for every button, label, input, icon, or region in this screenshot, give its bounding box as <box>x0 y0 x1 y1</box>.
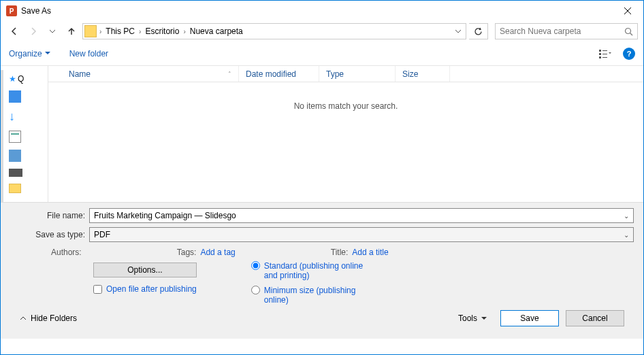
arrow-right-icon <box>29 27 38 36</box>
save-panel: File name: ⌄ Save as type: PDF ⌄ Authors… <box>1 202 643 339</box>
tree-pane[interactable]: ★Q ↓ <box>1 66 48 202</box>
pictures-icon[interactable] <box>9 150 21 162</box>
hide-folders-button[interactable]: Hide Folders <box>20 314 77 323</box>
column-headers: Name˄ Date modified Type Size <box>48 66 643 82</box>
refresh-icon <box>474 27 483 36</box>
svg-rect-2 <box>599 53 601 55</box>
nav-row: › This PC › Escritorio › Nueva carpeta <box>1 21 643 41</box>
add-title-link[interactable]: Add a title <box>352 248 388 257</box>
window-title: Save As <box>21 6 612 16</box>
empty-list-message: No items match your search. <box>48 82 643 111</box>
search-icon <box>624 27 633 36</box>
search-box[interactable] <box>495 23 638 39</box>
save-as-type-select[interactable]: PDF ⌄ <box>89 227 634 242</box>
quick-access-item[interactable]: ★Q <box>9 74 24 84</box>
svg-point-0 <box>626 28 631 33</box>
file-list-pane: Name˄ Date modified Type Size No items m… <box>48 66 643 202</box>
new-folder-label: New folder <box>69 49 108 58</box>
folder-icon <box>84 25 97 37</box>
arrow-left-icon <box>10 27 19 36</box>
new-folder-button[interactable]: New folder <box>69 49 108 58</box>
organize-label: Organize <box>9 49 42 58</box>
tags-label: Tags: <box>177 248 197 257</box>
scrollbar[interactable] <box>1 70 3 202</box>
downloads-icon[interactable]: ↓ <box>9 109 24 124</box>
radio-minimum[interactable] <box>251 286 260 294</box>
chevron-right-icon: › <box>139 28 141 35</box>
chevron-down-icon <box>455 29 462 33</box>
filename-input-wrap[interactable]: ⌄ <box>89 208 634 223</box>
address-bar[interactable]: › This PC › Escritorio › Nueva carpeta <box>82 23 466 39</box>
column-header-size[interactable]: Size <box>396 66 450 82</box>
column-header-name[interactable]: Name˄ <box>62 66 239 82</box>
svg-rect-5 <box>602 54 607 54</box>
radio-standard-label[interactable]: Standard (publishing online and printing… <box>264 261 373 280</box>
filename-input[interactable] <box>94 211 624 220</box>
toolbar: Organize New folder ? <box>1 41 643 66</box>
chevron-up-icon <box>20 316 27 320</box>
authors-label: Authors: <box>51 248 82 257</box>
quick-access-label: Q <box>18 74 24 84</box>
save-button[interactable]: Save <box>500 310 559 326</box>
radio-standard[interactable] <box>251 261 260 270</box>
search-input[interactable] <box>500 27 624 36</box>
close-button[interactable] <box>612 1 643 21</box>
hide-folders-label: Hide Folders <box>31 314 77 323</box>
item-icon[interactable] <box>9 169 22 177</box>
svg-rect-1 <box>599 50 601 52</box>
add-tag-link[interactable]: Add a tag <box>200 248 235 257</box>
title-label: Title: <box>331 248 349 257</box>
help-button[interactable]: ? <box>623 48 635 60</box>
svg-rect-4 <box>602 50 607 51</box>
view-icon <box>599 49 611 58</box>
tools-menu[interactable]: Tools <box>458 314 487 323</box>
svg-rect-3 <box>599 56 601 58</box>
chevron-down-icon <box>45 52 50 55</box>
chevron-right-icon: › <box>99 28 101 35</box>
organize-menu[interactable]: Organize <box>9 49 50 58</box>
arrow-up-icon <box>67 27 76 36</box>
save-as-type-label: Save as type: <box>10 230 89 239</box>
folder-icon[interactable] <box>9 184 21 193</box>
sort-caret-icon: ˄ <box>228 71 231 78</box>
app-icon: P <box>6 5 17 16</box>
breadcrumb-item[interactable]: This PC <box>103 27 138 36</box>
footer: Hide Folders Tools Save Cancel <box>10 305 634 332</box>
optimize-radio-group: Standard (publishing online and printing… <box>251 261 373 305</box>
chevron-down-icon <box>481 317 487 320</box>
column-header-type[interactable]: Type <box>319 66 396 82</box>
breadcrumb-item[interactable]: Nueva carpeta <box>187 27 246 36</box>
back-button[interactable] <box>6 23 22 39</box>
chevron-down-icon[interactable]: ⌄ <box>624 212 629 220</box>
up-button[interactable] <box>63 23 80 39</box>
save-as-type-value: PDF <box>94 230 110 239</box>
breadcrumb-item[interactable]: Escritorio <box>142 27 182 36</box>
chevron-right-icon: › <box>183 28 185 35</box>
close-icon <box>624 7 631 14</box>
chevron-down-icon[interactable]: ⌄ <box>624 231 629 239</box>
documents-icon[interactable] <box>9 131 21 143</box>
radio-minimum-label[interactable]: Minimum size (publishing online) <box>264 286 373 305</box>
filename-label: File name: <box>10 211 89 220</box>
explorer-body: ★Q ↓ Name˄ Date modified Type Size No it… <box>1 66 643 202</box>
cancel-button[interactable]: Cancel <box>566 310 624 326</box>
refresh-button[interactable] <box>469 23 488 39</box>
svg-rect-6 <box>602 57 607 58</box>
open-after-publish-label: Open file after publishing <box>106 284 197 294</box>
desktop-icon[interactable] <box>9 90 21 103</box>
address-dropdown[interactable] <box>451 29 466 33</box>
tools-label: Tools <box>458 314 477 323</box>
options-button[interactable]: Options... <box>93 263 197 277</box>
star-icon: ★ <box>9 74 16 84</box>
column-header-date[interactable]: Date modified <box>239 66 319 82</box>
title-bar: P Save As <box>1 1 643 21</box>
forward-button[interactable] <box>25 23 42 39</box>
open-after-publish-input[interactable] <box>93 285 102 294</box>
view-options-button[interactable] <box>596 46 615 61</box>
open-after-publish-checkbox[interactable]: Open file after publishing <box>93 284 197 294</box>
recent-dropdown[interactable] <box>44 23 61 39</box>
chevron-down-icon <box>49 29 56 33</box>
